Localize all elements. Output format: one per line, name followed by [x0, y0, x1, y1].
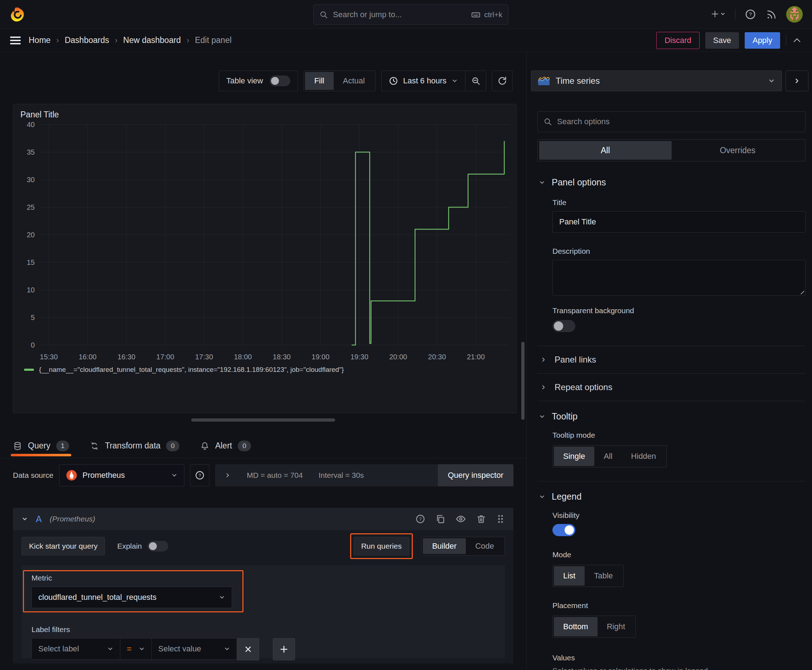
transparent-background-toggle[interactable] [553, 320, 575, 332]
panel-links-section[interactable]: Panel links [537, 346, 805, 373]
top-nav-bar: ctrl+k ? [0, 0, 812, 29]
legend-placement-bottom[interactable]: Bottom [554, 617, 598, 636]
query-ref-id: A [36, 514, 42, 524]
tab-alert[interactable]: Alert 0 [200, 434, 251, 458]
news-icon[interactable] [765, 8, 777, 20]
select-value-dropdown[interactable]: Select value [152, 638, 237, 660]
left-pane-scrollbar[interactable] [521, 342, 524, 420]
legend-section-header[interactable]: Legend [537, 491, 805, 502]
legend-mode-table[interactable]: Table [585, 566, 622, 585]
tab-transform-data[interactable]: Transform data 0 [90, 434, 180, 458]
svg-text:19:30: 19:30 [351, 353, 368, 361]
chevron-down-icon [139, 646, 145, 652]
time-series-chart[interactable]: 051015202530354015:3016:0016:3017:0017:3… [16, 121, 514, 363]
grafana-logo[interactable] [9, 6, 26, 22]
global-search-input[interactable] [333, 10, 466, 19]
chevron-down-icon [451, 78, 458, 84]
search-icon [319, 10, 328, 19]
query-editor-toolbar: Kick start your query Explain Run querie… [22, 536, 505, 556]
alert-count-badge: 0 [238, 441, 251, 451]
svg-text:16:00: 16:00 [79, 353, 97, 361]
legend-series-name[interactable]: {__name__="cloudflared_tunnel_total_requ… [39, 366, 344, 374]
metric-select[interactable]: cloudflared_tunnel_total_requests [32, 587, 232, 608]
options-search-input[interactable] [557, 117, 800, 126]
chevron-right-icon[interactable] [224, 472, 231, 479]
fill-option[interactable]: Fill [305, 72, 334, 90]
breadcrumb-dashboards[interactable]: Dashboards [65, 36, 109, 45]
panel-description-input[interactable] [553, 260, 805, 296]
query-editor-card: A (Prometheus) ? [13, 508, 514, 663]
operator-dropdown[interactable]: = [120, 638, 152, 660]
svg-text:20: 20 [27, 231, 35, 239]
tab-overrides[interactable]: Overrides [672, 141, 804, 160]
refresh-button[interactable] [492, 71, 513, 91]
legend-placement-right[interactable]: Right [598, 617, 634, 636]
tooltip-mode-hidden[interactable]: Hidden [622, 447, 666, 466]
select-label-dropdown[interactable]: Select label [32, 638, 120, 660]
tooltip-section-header[interactable]: Tooltip [537, 411, 805, 421]
transform-icon [90, 441, 99, 451]
apply-button[interactable]: Apply [745, 32, 780, 49]
delete-query-icon[interactable] [476, 514, 486, 524]
menu-hamburger-icon[interactable] [10, 36, 21, 45]
datasource-help-button[interactable]: ? [190, 464, 209, 486]
datasource-picker[interactable]: Prometheus [59, 464, 185, 486]
tooltip-mode-single[interactable]: Single [554, 447, 594, 466]
svg-text:17:00: 17:00 [156, 353, 175, 361]
shortcut-hint: ctrl+k [471, 10, 502, 19]
remove-filter-button[interactable] [237, 638, 259, 660]
breadcrumb: Home › Dashboards › New dashboard › Edit… [29, 36, 232, 45]
panel-resize-handle[interactable] [191, 418, 335, 421]
explain-toggle[interactable] [147, 541, 168, 552]
run-queries-button[interactable]: Run queries [354, 537, 409, 555]
legend-visibility-toggle[interactable] [553, 524, 575, 536]
query-inspector-button[interactable]: Query inspector [438, 464, 514, 486]
repeat-options-section[interactable]: Repeat options [537, 374, 805, 401]
breadcrumb-bar: Home › Dashboards › New dashboard › Edit… [0, 29, 812, 52]
chart-legend: {__name__="cloudflared_tunnel_total_requ… [13, 363, 516, 374]
tab-query[interactable]: Query 1 [13, 434, 69, 458]
discard-button[interactable]: Discard [656, 32, 700, 49]
query-row-header[interactable]: A (Prometheus) ? [13, 508, 514, 530]
query-count-badge: 1 [56, 441, 70, 451]
global-search[interactable]: ctrl+k [313, 4, 509, 25]
toggle-visibility-icon[interactable] [455, 514, 466, 524]
close-icon [244, 646, 252, 653]
breadcrumb-home[interactable]: Home [29, 36, 51, 45]
options-filter-tabs: All Overrides [537, 139, 805, 161]
kick-start-query-button[interactable]: Kick start your query [22, 537, 105, 555]
duplicate-query-icon[interactable] [436, 514, 445, 524]
code-option[interactable]: Code [466, 538, 503, 554]
panel-title-input[interactable] [553, 211, 805, 233]
chevron-down-icon[interactable] [22, 516, 28, 522]
add-filter-button[interactable] [273, 638, 295, 660]
query-help-icon[interactable]: ? [415, 514, 425, 524]
tooltip-mode-all[interactable]: All [594, 447, 622, 466]
visualization-picker[interactable]: Time series [531, 71, 782, 91]
panel-options-header[interactable]: Panel options [537, 177, 805, 188]
zoom-out-button[interactable] [465, 71, 486, 91]
query-section-tabs: Query 1 Transform data 0 Alert 0 [0, 434, 526, 458]
table-view-toggle[interactable] [270, 76, 290, 86]
time-range-picker[interactable]: Last 6 hours [381, 71, 465, 91]
drag-query-handle[interactable] [496, 514, 505, 524]
tab-query-label: Query [28, 441, 51, 451]
tooltip-mode-label: Tooltip mode [553, 431, 805, 440]
tab-all-options[interactable]: All [539, 141, 672, 160]
legend-mode-list[interactable]: List [554, 566, 585, 585]
breadcrumb-separator: › [115, 36, 117, 45]
toggle-viz-picker-button[interactable] [785, 71, 809, 91]
legend-color-swatch [24, 369, 34, 371]
collapse-options-icon[interactable] [792, 36, 802, 46]
help-icon[interactable]: ? [745, 8, 756, 20]
user-avatar[interactable] [786, 6, 803, 22]
visualization-name: Time series [556, 76, 600, 86]
save-button[interactable]: Save [705, 32, 739, 49]
options-search[interactable] [537, 111, 805, 132]
add-new-dropdown[interactable] [711, 10, 726, 19]
breadcrumb-new-dashboard[interactable]: New dashboard [123, 36, 181, 45]
legend-values-description: Select values or calculations to show in… [553, 667, 805, 670]
actual-option[interactable]: Actual [334, 72, 374, 90]
builder-option[interactable]: Builder [423, 538, 466, 554]
legend-visibility-label: Visibility [553, 511, 805, 520]
